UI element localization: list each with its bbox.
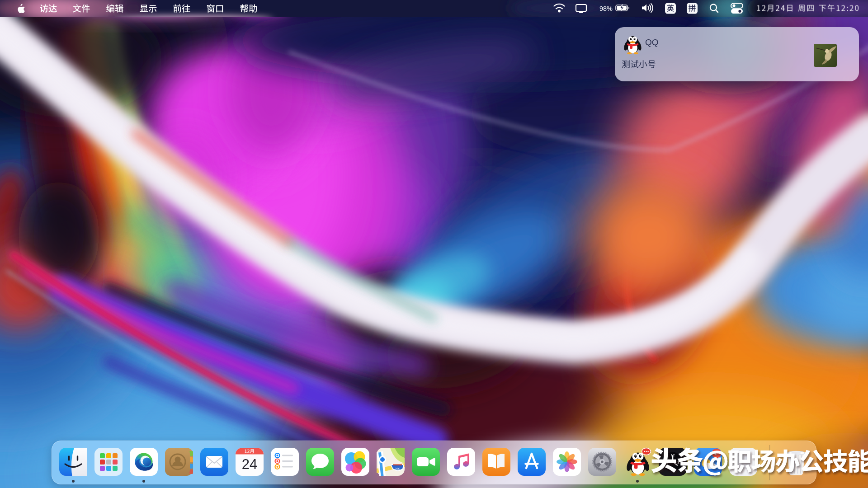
svg-text:98%: 98% bbox=[599, 5, 613, 12]
svg-text:QQ: QQ bbox=[645, 38, 659, 47]
